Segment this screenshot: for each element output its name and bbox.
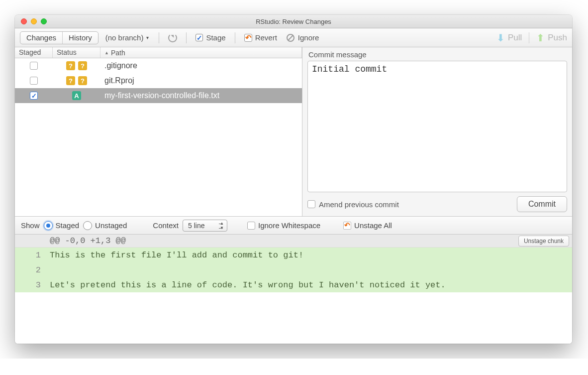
status-badge: ? [66, 61, 75, 70]
staged-checkbox[interactable] [30, 62, 38, 70]
midsection: Staged Status ▲ Path ??.gitignore??git.R… [15, 47, 572, 217]
unstage-all-button[interactable]: Unstage All [343, 221, 392, 230]
refresh-button[interactable] [165, 31, 180, 44]
ignore-icon [286, 33, 295, 42]
file-list: Staged Status ▲ Path ??.gitignore??git.R… [15, 47, 302, 216]
zoom-icon[interactable] [41, 18, 47, 24]
up-arrow-icon: ⬆ [536, 32, 545, 44]
commit-action-row: Amend previous commit Commit [307, 192, 567, 212]
ignore-label: Ignore [298, 33, 319, 42]
show-unstaged-radio[interactable]: Unstaged [83, 221, 127, 230]
status-badge: ? [78, 76, 87, 85]
ignore-ws-label: Ignore Whitespace [258, 221, 320, 230]
line-number: 3 [15, 280, 48, 290]
titlebar: RStudio: Review Changes [15, 15, 572, 28]
tab-changes[interactable]: Changes [20, 32, 63, 44]
radio-icon [44, 221, 53, 230]
status-badge: ? [66, 76, 75, 85]
diff-toolbar: Show Staged Unstaged Context 5 line ▲▼ I… [15, 217, 572, 235]
down-arrow-icon: ⬇ [496, 32, 505, 44]
file-path: .gitignore [100, 61, 302, 70]
context-value: 5 line [188, 222, 204, 230]
staged-checkbox[interactable] [30, 92, 38, 100]
file-row[interactable]: ??git.Rproj [15, 73, 302, 88]
revert-icon [244, 34, 252, 42]
col-status[interactable]: Status [53, 47, 100, 58]
staged-label: Staged [56, 221, 80, 230]
amend-label: Amend previous commit [319, 200, 399, 209]
checkbox-icon [247, 222, 255, 230]
pull-label: Pull [508, 33, 522, 43]
line-number: 1 [15, 250, 48, 260]
refresh-icon [168, 33, 177, 42]
file-path: git.Rproj [100, 76, 302, 85]
unstage-chunk-button[interactable]: Unstage chunk [518, 236, 569, 247]
context-label: Context [153, 221, 179, 230]
pull-button[interactable]: ⬇ Pull [496, 32, 522, 44]
status-badge: A [72, 91, 81, 100]
staged-checkbox[interactable] [30, 77, 38, 85]
window-controls [15, 18, 47, 24]
svg-line-1 [288, 35, 293, 40]
revert-button[interactable]: Revert [241, 31, 280, 44]
context-select[interactable]: 5 line ▲▼ [183, 220, 227, 232]
sort-asc-icon: ▲ [104, 50, 109, 55]
revert-label: Revert [255, 33, 277, 42]
file-row[interactable]: ??.gitignore [15, 58, 302, 73]
push-label: Push [548, 33, 567, 43]
col-staged[interactable]: Staged [15, 47, 53, 58]
checkbox-icon [307, 200, 315, 208]
remote-actions: ⬇ Pull ⬆ Push [496, 32, 567, 44]
divider [235, 32, 235, 43]
commit-button[interactable]: Commit [517, 196, 567, 212]
show-staged-radio[interactable]: Staged [44, 221, 80, 230]
diff-line[interactable]: 2 [15, 262, 572, 277]
tab-history[interactable]: History [63, 32, 98, 44]
col-path-label: Path [111, 49, 125, 57]
status-badge: ? [78, 61, 87, 70]
ignore-button[interactable]: Ignore [283, 31, 322, 44]
diff-line[interactable]: 3Let's pretend this is a line of code. I… [15, 277, 572, 292]
close-icon[interactable] [21, 18, 27, 24]
diff-line[interactable]: 1This is the first file I'll add and com… [15, 248, 572, 262]
ignore-whitespace-checkbox[interactable]: Ignore Whitespace [247, 221, 320, 230]
divider [186, 32, 187, 43]
file-list-header: Staged Status ▲ Path [15, 47, 302, 58]
stage-button[interactable]: Stage [193, 31, 228, 44]
diff-hunk-header: @@ -0,0 +1,3 @@ Unstage chunk [15, 235, 572, 248]
unstage-all-label: Unstage All [354, 221, 392, 230]
radio-icon [83, 221, 92, 230]
line-content: This is the first file I'll add and comm… [48, 250, 303, 260]
unstaged-label: Unstaged [95, 221, 127, 230]
line-content: Let's pretend this is a line of code. It… [48, 280, 446, 290]
col-path[interactable]: ▲ Path [100, 47, 302, 58]
line-number: 2 [15, 265, 48, 275]
commit-message-input[interactable] [307, 61, 567, 192]
amend-checkbox[interactable]: Amend previous commit [307, 200, 399, 209]
branch-dropdown[interactable]: (no branch) ▾ [101, 31, 153, 44]
view-switcher: Changes History [20, 31, 98, 44]
commit-pane: Commit message Amend previous commit Com… [302, 47, 572, 216]
file-list-rows: ??.gitignore??git.RprojAmy-first-version… [15, 58, 302, 216]
minimize-icon[interactable] [31, 18, 37, 24]
toolbar: Changes History (no branch) ▾ Stage Reve… [15, 28, 572, 47]
file-path: my-first-version-controlled-file.txt [100, 91, 302, 100]
chevron-down-icon: ▾ [146, 35, 149, 40]
divider [529, 32, 529, 43]
review-changes-window: RStudio: Review Changes Changes History … [15, 15, 572, 344]
revert-icon [343, 222, 351, 230]
file-row[interactable]: Amy-first-version-controlled-file.txt [15, 88, 302, 103]
commit-message-label: Commit message [307, 49, 567, 61]
stepper-icon: ▲▼ [220, 221, 224, 230]
push-button[interactable]: ⬆ Push [536, 32, 567, 44]
branch-label: (no branch) [105, 33, 144, 42]
window-title: RStudio: Review Changes [15, 18, 572, 25]
hunk-text: @@ -0,0 +1,3 @@ [48, 236, 518, 246]
diff-view: @@ -0,0 +1,3 @@ Unstage chunk 1This is t… [15, 235, 572, 344]
stage-label: Stage [206, 33, 225, 42]
divider [159, 32, 159, 43]
show-label: Show [21, 221, 40, 230]
check-icon [196, 34, 203, 41]
